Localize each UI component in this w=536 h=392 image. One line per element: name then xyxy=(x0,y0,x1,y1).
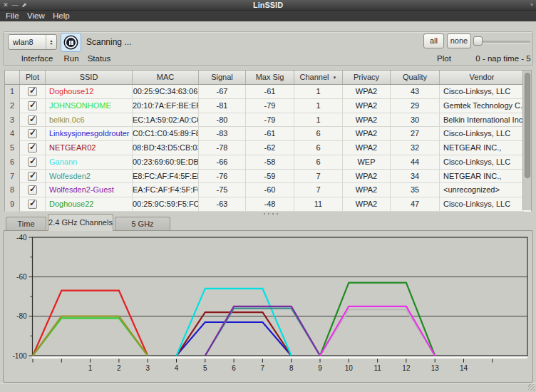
cell-plot[interactable] xyxy=(20,155,46,170)
cell-vendor: NETGEAR INC., xyxy=(440,170,524,184)
naptime-slider-handle[interactable] xyxy=(473,36,483,46)
cell-plot[interactable] xyxy=(20,170,46,184)
plot-checkbox[interactable] xyxy=(28,185,37,195)
cell-maxsig: -60 xyxy=(246,183,294,197)
cell-maxsig: -79 xyxy=(246,99,294,113)
row-number: 1 xyxy=(5,85,20,99)
sort-desc-icon: ▼ xyxy=(333,76,337,80)
cell-vendor: Belkin International Inc xyxy=(440,113,524,128)
cell-channel: 1 xyxy=(294,99,343,113)
table-row[interactable]: 7Wolfesden2E8:FC:AF:F4:5F:EF-76-597WPA23… xyxy=(5,170,531,184)
header-quality[interactable]: Quality xyxy=(391,71,440,84)
interface-select[interactable]: wlan8 ▲ ▼ xyxy=(8,34,57,50)
plot-all-button[interactable]: all xyxy=(423,33,444,48)
cell-plot[interactable] xyxy=(20,141,46,155)
plot-checkbox[interactable] xyxy=(28,158,37,167)
plot-checkbox[interactable] xyxy=(28,200,37,209)
run-button[interactable] xyxy=(61,33,81,52)
cell-ssid: Doghouse12 xyxy=(46,85,133,99)
cell-mac: 00:23:69:60:9E:DB xyxy=(133,155,199,170)
interface-label: Interface xyxy=(16,54,58,63)
cell-signal: -75 xyxy=(199,183,246,197)
plot-checkbox[interactable] xyxy=(28,129,37,138)
menu-view[interactable]: View xyxy=(24,11,48,21)
header-plot[interactable]: Plot xyxy=(20,71,46,84)
row-number: 4 xyxy=(5,127,20,141)
cell-vendor: Cisco-Linksys, LLC xyxy=(440,127,524,141)
header-privacy[interactable]: Privacy xyxy=(343,71,391,84)
tab-time-graph[interactable]: Time Graph xyxy=(6,217,46,231)
cell-mac: C0:C1:C0:45:89:F8 xyxy=(133,127,199,141)
app-window: ✕ — ⬈ LinSSID ▾ File View Help wlan8 ▲ ▼… xyxy=(0,0,536,392)
cell-plot[interactable] xyxy=(20,113,46,128)
cell-plot[interactable] xyxy=(20,85,46,99)
header-ssid[interactable]: SSID xyxy=(46,71,133,84)
header-maxsig[interactable]: Max Sig xyxy=(246,71,294,84)
cell-maxsig: -59 xyxy=(246,170,294,184)
table-row[interactable]: 4LinksysjonesgoldrouterC0:C1:C0:45:89:F8… xyxy=(5,127,531,141)
spinner-arrows-icon[interactable]: ▲ ▼ xyxy=(46,35,56,49)
cell-signal: -80 xyxy=(199,113,246,128)
menu-help[interactable]: Help xyxy=(50,11,73,21)
header-vendor[interactable]: Vendor xyxy=(440,71,524,84)
row-number: 8 xyxy=(5,183,20,197)
table-scrollbar[interactable] xyxy=(522,71,531,210)
plot-checkbox[interactable] xyxy=(28,143,37,153)
row-number: 6 xyxy=(5,155,20,170)
cell-quality: 44 xyxy=(391,155,440,170)
resize-grip-icon[interactable] xyxy=(528,384,535,391)
table-row[interactable]: 5NETGEAR0208:BD:43:D5:CB:03-78-626WPA232… xyxy=(5,141,531,155)
tab-5ghz-channels[interactable]: 5 GHz Channels xyxy=(115,217,170,231)
cell-channel: 1 xyxy=(294,85,343,99)
cell-quality: 27 xyxy=(391,127,440,141)
cell-mac: 00:25:9C:59:F5:FC xyxy=(133,197,199,212)
table-row[interactable]: 6Ganann00:23:69:60:9E:DB-66-586WEP44Cisc… xyxy=(5,155,531,170)
table-scrollbar-thumb[interactable] xyxy=(525,73,530,178)
title-bar[interactable]: ✕ — ⬈ LinSSID ▾ xyxy=(0,0,536,11)
cell-plot[interactable] xyxy=(20,197,46,212)
cell-signal: -67 xyxy=(199,85,246,99)
cell-quality: 29 xyxy=(391,99,440,113)
cell-signal: -76 xyxy=(199,170,246,184)
cell-channel: 7 xyxy=(294,170,343,184)
cell-mac: EC:1A:59:02:A0:C6 xyxy=(133,113,199,128)
table-row[interactable]: 2JOHNSONHOME20:10:7A:EF:BE:EF-81-791WPA2… xyxy=(5,99,531,113)
cell-vendor: <unrecognized> xyxy=(440,183,524,197)
network-table: Plot SSID MAC Signal Max Sig Channel▼ Pr… xyxy=(4,70,532,211)
plot-checkbox[interactable] xyxy=(28,101,37,110)
cell-privacy: WPA2 xyxy=(343,170,391,184)
cell-channel: 1 xyxy=(294,113,343,128)
menu-file[interactable]: File xyxy=(3,11,22,21)
cell-mac: E8:FC:AF:F4:5F:EF xyxy=(133,170,199,184)
table-row[interactable]: 3belkin.0c6EC:1A:59:02:A0:C6-80-791WPA23… xyxy=(5,113,531,128)
table-row[interactable]: 8Wolfesden2-GuestEA:FC:AF:F4:5F:F0-75-60… xyxy=(5,183,531,197)
plot-checkbox[interactable] xyxy=(28,172,37,181)
cell-vendor: Cisco-Linksys, LLC xyxy=(440,197,524,212)
cell-ssid: NETGEAR02 xyxy=(46,141,133,155)
header-channel-label: Channel xyxy=(300,73,329,81)
cell-signal: -81 xyxy=(199,99,246,113)
cell-mac: EA:FC:AF:F4:5F:F0 xyxy=(133,183,199,197)
table-row[interactable]: 9Doghouse2200:25:9C:59:F5:FC-63-4811WPA2… xyxy=(5,197,531,212)
pause-icon xyxy=(65,36,77,48)
spin-down-icon[interactable]: ▼ xyxy=(50,42,53,45)
plot-none-button[interactable]: none xyxy=(447,33,471,48)
cell-quality: 32 xyxy=(391,141,440,155)
cell-maxsig: -79 xyxy=(246,113,294,128)
run-label: Run xyxy=(62,54,81,63)
plot-checkbox[interactable] xyxy=(28,87,37,96)
plot-label: Plot xyxy=(430,54,458,63)
chevron-down-icon[interactable]: ▾ xyxy=(530,1,533,8)
plot-checkbox[interactable] xyxy=(28,115,37,125)
header-signal[interactable]: Signal xyxy=(199,71,246,84)
cell-plot[interactable] xyxy=(20,127,46,141)
table-row[interactable]: 1Doghouse1200:25:9C:34:63:06-67-611WPA24… xyxy=(5,85,531,99)
cell-plot[interactable] xyxy=(20,183,46,197)
cell-maxsig: -62 xyxy=(246,141,294,155)
header-mac[interactable]: MAC xyxy=(133,71,199,84)
tab-24ghz-channels[interactable]: 2.4 GHz Channels xyxy=(48,214,113,231)
header-channel[interactable]: Channel▼ xyxy=(294,71,343,84)
cell-mac: 20:10:7A:EF:BE:EF xyxy=(133,99,199,113)
cell-mac: 00:25:9C:34:63:06 xyxy=(133,85,199,99)
cell-plot[interactable] xyxy=(20,99,46,113)
